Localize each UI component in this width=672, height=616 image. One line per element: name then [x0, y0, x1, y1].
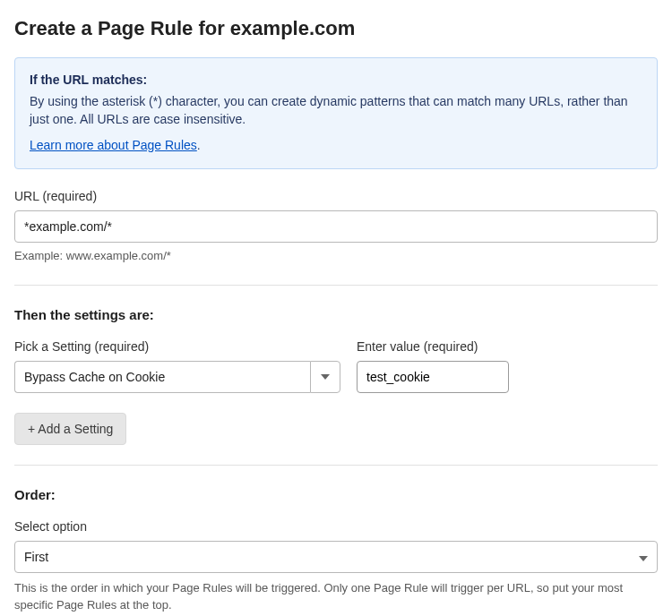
info-title: If the URL matches: [30, 71, 642, 89]
chevron-down-icon [639, 548, 648, 566]
info-body: By using the asterisk (*) character, you… [30, 92, 642, 129]
info-box: If the URL matches: By using the asteris… [14, 57, 658, 169]
value-label: Enter value (required) [357, 338, 509, 355]
page-title: Create a Page Rule for example.com [14, 14, 658, 43]
divider [14, 465, 658, 466]
order-label: Select option [14, 518, 658, 535]
setting-picker-label: Pick a Setting (required) [14, 338, 340, 355]
order-select[interactable]: First [14, 541, 658, 573]
divider [14, 285, 658, 286]
url-hint: Example: www.example.com/* [14, 248, 658, 265]
add-setting-label: + Add a Setting [28, 422, 113, 436]
settings-heading: Then the settings are: [14, 305, 658, 325]
setting-select-value[interactable]: Bypass Cache on Cookie [14, 361, 310, 393]
order-hint: This is the order in which your Page Rul… [14, 580, 658, 614]
add-setting-button[interactable]: + Add a Setting [14, 413, 126, 445]
setting-select[interactable]: Bypass Cache on Cookie [14, 361, 340, 393]
url-label: URL (required) [14, 187, 658, 205]
learn-more-link[interactable]: Learn more about Page Rules [30, 138, 197, 152]
learn-more-link-text: Learn more about Page Rules [30, 138, 197, 152]
url-input[interactable] [14, 210, 658, 243]
order-select-value: First [24, 548, 48, 566]
order-heading: Order: [14, 485, 658, 505]
chevron-down-icon[interactable] [310, 361, 340, 393]
value-input[interactable] [357, 361, 509, 393]
